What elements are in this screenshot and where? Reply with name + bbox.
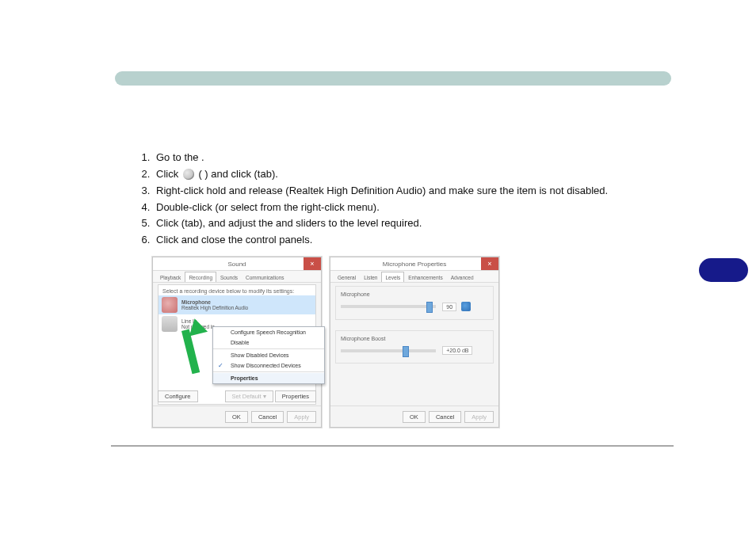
sound-window-title: Sound [227,261,246,268]
microphone-level-frame: Microphone 90 [335,286,494,320]
microphone-boost-slider[interactable] [341,349,436,352]
apply-button[interactable]: Apply [464,411,494,423]
cancel-button[interactable]: Cancel [251,411,284,423]
tab-general[interactable]: General [334,272,360,282]
micprops-titlebar: Microphone Properties × [330,257,498,271]
micprops-buttonbar: OK Cancel Apply [330,405,498,427]
sound-window: Sound × Playback Recording Sounds Commun… [152,257,322,428]
step-2-a: Click [156,168,178,180]
microphone-boost-value: +20.0 dB [442,346,472,355]
sound-window-titlebar: Sound × [153,257,321,271]
tab-communications[interactable]: Communications [242,272,288,282]
microphone-boost-label: Microphone Boost [341,336,488,341]
ok-button[interactable]: OK [403,411,426,423]
microphone-level-label: Microphone [341,291,488,297]
footer-rule [111,445,674,447]
sound-icon [183,169,194,180]
microphone-boost-frame: Microphone Boost +20.0 dB [335,330,494,364]
apply-button[interactable]: Apply [287,411,316,423]
cancel-button[interactable]: Cancel [429,411,461,423]
properties-button[interactable]: Properties [275,390,316,402]
tab-listen[interactable]: Listen [360,272,381,282]
step-4-a: Double-click [156,201,212,213]
sound-desc: Select a recording device below to modif… [158,285,315,295]
step-6-c: and close the control panels. [181,234,313,246]
sound-tabs: Playback Recording Sounds Communications [153,271,321,283]
screenshots-row: Sound × Playback Recording Sounds Commun… [152,257,499,428]
context-menu: Configure Speech Recognition Disable Sho… [212,326,325,384]
device-microphone[interactable]: MicrophoneRealtek High Definition Audio [158,295,315,314]
menu-show-disconnected[interactable]: Show Disconnected Devices [213,360,324,371]
step-3-c: (Realtek High Definition Audio) and [285,185,445,196]
tab-levels[interactable]: Levels [381,272,404,282]
close-icon[interactable]: × [304,257,321,270]
microphone-level-value: 90 [442,303,456,311]
instruction-text: Go to the . Click ( ) and click (tab). R… [115,150,678,249]
step-5-a: Click [156,217,178,229]
microphone-icon [162,297,178,313]
tab-enhancements[interactable]: Enhancements [404,272,446,282]
step-2-c: and click [211,168,251,180]
step-3-a: Right-click hold and release [156,185,283,196]
ok-button[interactable]: OK [225,411,248,423]
configure-button[interactable]: Configure [158,390,198,402]
menu-properties[interactable]: Properties [213,373,324,383]
tab-advanced[interactable]: Advanced [447,272,478,282]
speaker-icon[interactable] [461,302,471,311]
micprops-window: Microphone Properties × General Listen L… [330,257,499,428]
step-3-d: make sure the item is not disabled. [449,185,608,196]
micprops-tabs: General Listen Levels Enhancements Advan… [330,271,498,283]
step-1-a: Go to the [156,151,198,163]
tab-recording[interactable]: Recording [185,272,216,282]
close-icon[interactable]: × [481,257,498,270]
linein-icon [162,316,178,332]
sound-pane: Select a recording device below to modif… [158,284,316,405]
tab-sounds[interactable]: Sounds [216,272,242,282]
menu-disable[interactable]: Disable [213,337,324,348]
micprops-title: Microphone Properties [383,261,446,268]
sound-buttonbar: OK Cancel Apply [153,405,321,427]
menu-show-disabled[interactable]: Show Disabled Devices [213,350,324,360]
menu-configure-speech[interactable]: Configure Speech Recognition [213,327,324,337]
device-microphone-label: MicrophoneRealtek High Definition Audio [181,299,248,311]
header-bar [115,71,671,86]
tab-playback[interactable]: Playback [156,272,185,282]
step-6-a: Click [156,234,178,246]
setdefault-button[interactable]: Set Default ▾ [225,390,273,402]
microphone-level-slider[interactable] [341,305,436,308]
sound-lower-buttons: Configure Set Default ▾ Properties [158,389,316,403]
page-side-tab [699,258,748,282]
